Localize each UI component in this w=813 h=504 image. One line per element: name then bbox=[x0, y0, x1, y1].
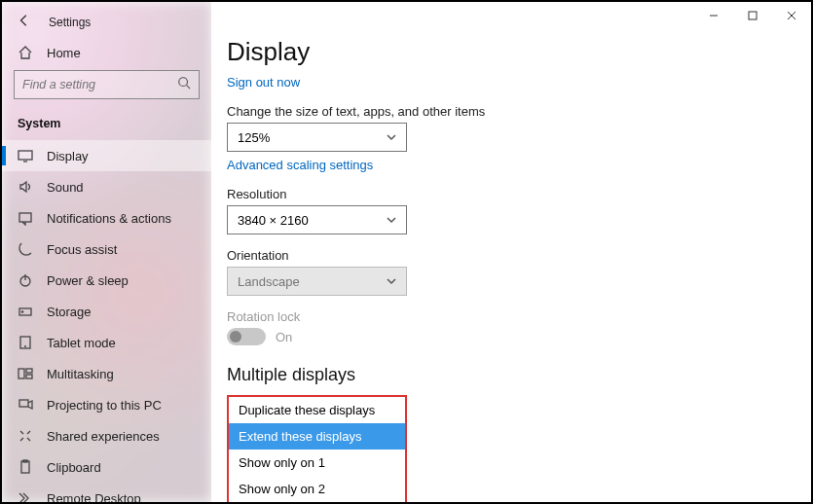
home-label: Home bbox=[47, 46, 81, 60]
svg-line-5 bbox=[187, 86, 191, 90]
svg-rect-6 bbox=[18, 151, 32, 160]
rotation-lock-label: Rotation lock bbox=[227, 309, 811, 324]
resolution-dropdown[interactable]: 3840 × 2160 bbox=[227, 205, 407, 234]
minimize-button[interactable] bbox=[694, 2, 733, 29]
multiple-displays-dropdown[interactable]: Duplicate these displays Extend these di… bbox=[227, 395, 407, 502]
focus-assist-icon bbox=[18, 241, 33, 257]
sound-icon bbox=[18, 179, 33, 195]
resolution-label: Resolution bbox=[227, 187, 811, 201]
sidebar-item-label: Shared experiences bbox=[47, 429, 160, 444]
sidebar-item-label: Multitasking bbox=[47, 367, 114, 381]
sidebar-item-label: Power & sleep bbox=[47, 273, 129, 288]
svg-rect-18 bbox=[19, 400, 28, 407]
sidebar-item-label: Projecting to this PC bbox=[47, 398, 162, 413]
option-duplicate[interactable]: Duplicate these displays bbox=[229, 397, 405, 423]
sidebar-item-remote-desktop[interactable]: Remote Desktop bbox=[2, 483, 211, 504]
shared-experiences-icon bbox=[18, 428, 33, 444]
page-title: Display bbox=[227, 37, 811, 67]
multiple-displays-heading: Multiple displays bbox=[227, 365, 811, 385]
sidebar-item-clipboard[interactable]: Clipboard bbox=[2, 451, 211, 483]
sidebar-item-label: Notifications & actions bbox=[47, 211, 171, 226]
sign-out-link[interactable]: Sign out now bbox=[227, 75, 300, 90]
svg-rect-15 bbox=[18, 369, 24, 378]
chevron-down-icon bbox=[387, 213, 396, 228]
scale-value: 125% bbox=[238, 130, 270, 145]
sidebar-item-tablet-mode[interactable]: Tablet mode bbox=[2, 327, 211, 358]
sidebar-item-label: Storage bbox=[47, 305, 92, 319]
svg-point-12 bbox=[21, 311, 22, 312]
sidebar-item-label: Clipboard bbox=[47, 460, 101, 475]
close-button[interactable] bbox=[772, 2, 811, 29]
search-input[interactable] bbox=[14, 70, 200, 99]
sidebar-item-projecting[interactable]: Projecting to this PC bbox=[2, 389, 211, 420]
chevron-down-icon bbox=[387, 130, 396, 145]
sidebar-item-display[interactable]: Display bbox=[2, 140, 211, 171]
sidebar-item-shared-experiences[interactable]: Shared experiences bbox=[2, 420, 211, 451]
maximize-button[interactable] bbox=[733, 2, 772, 29]
orientation-value: Landscape bbox=[238, 274, 300, 289]
svg-rect-17 bbox=[26, 375, 32, 378]
svg-rect-16 bbox=[26, 369, 32, 373]
rotation-lock-state: On bbox=[276, 330, 292, 344]
back-icon[interactable] bbox=[18, 14, 31, 31]
sidebar-item-focus-assist[interactable]: Focus assist bbox=[2, 234, 211, 265]
clipboard-icon bbox=[18, 459, 33, 475]
storage-icon bbox=[18, 304, 33, 319]
scale-label: Change the size of text, apps, and other… bbox=[227, 104, 811, 119]
sidebar-item-sound[interactable]: Sound bbox=[2, 171, 211, 202]
tablet-icon bbox=[18, 335, 33, 350]
orientation-dropdown: Landscape bbox=[227, 267, 407, 296]
resolution-value: 3840 × 2160 bbox=[238, 213, 309, 228]
rotation-lock-toggle bbox=[227, 328, 266, 345]
sidebar-item-power-sleep[interactable]: Power & sleep bbox=[2, 265, 211, 296]
app-title: Settings bbox=[49, 16, 91, 29]
svg-rect-8 bbox=[19, 213, 31, 222]
sidebar-item-label: Remote Desktop bbox=[47, 491, 141, 505]
notifications-icon bbox=[18, 210, 33, 226]
sidebar-item-label: Focus assist bbox=[47, 242, 117, 257]
sidebar-item-storage[interactable]: Storage bbox=[2, 296, 211, 327]
projecting-icon bbox=[18, 397, 33, 413]
option-show-only-2[interactable]: Show only on 2 bbox=[229, 476, 405, 502]
sidebar-item-multitasking[interactable]: Multitasking bbox=[2, 358, 211, 389]
sidebar-item-label: Display bbox=[47, 149, 89, 163]
search-field[interactable] bbox=[22, 78, 177, 91]
sidebar-item-label: Tablet mode bbox=[47, 336, 116, 350]
scale-dropdown[interactable]: 125% bbox=[227, 123, 407, 152]
remote-desktop-icon bbox=[18, 490, 33, 504]
orientation-label: Orientation bbox=[227, 248, 811, 263]
sidebar-section: System bbox=[2, 113, 211, 140]
search-icon bbox=[177, 76, 191, 93]
svg-point-4 bbox=[179, 78, 188, 87]
sidebar-item-notifications[interactable]: Notifications & actions bbox=[2, 202, 211, 234]
multitasking-icon bbox=[18, 366, 33, 381]
advanced-scaling-link[interactable]: Advanced scaling settings bbox=[227, 158, 373, 172]
option-show-only-1[interactable]: Show only on 1 bbox=[229, 450, 405, 476]
home-icon bbox=[18, 45, 33, 60]
chevron-down-icon bbox=[387, 274, 396, 289]
option-extend[interactable]: Extend these displays bbox=[229, 423, 405, 450]
sidebar-item-label: Sound bbox=[47, 180, 84, 195]
svg-rect-1 bbox=[749, 12, 757, 19]
power-icon bbox=[18, 272, 33, 288]
display-icon bbox=[18, 148, 33, 163]
svg-rect-19 bbox=[21, 461, 29, 473]
home-button[interactable]: Home bbox=[2, 37, 211, 70]
